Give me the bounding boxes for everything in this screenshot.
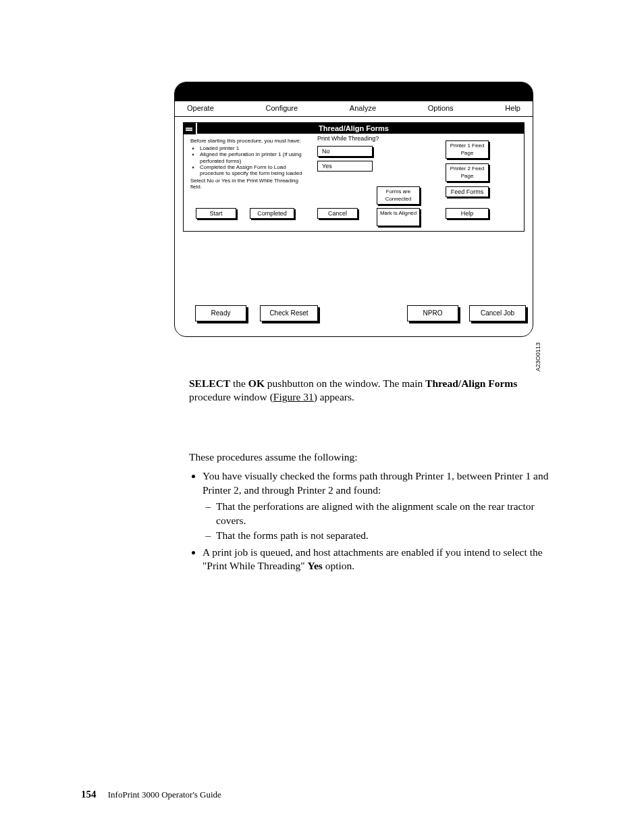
dialog-title: Thread/Align Forms [184, 123, 524, 134]
app-window: Operate Configure Analyze Options Help T… [174, 82, 533, 337]
menu-configure[interactable]: Configure [265, 104, 298, 112]
menu-analyze[interactable]: Analyze [350, 104, 376, 112]
subbullet-perforations: That the perforations are aligned with t… [216, 500, 549, 527]
book-title: InfoPrint 3000 Operator's Guide [108, 789, 221, 800]
system-menu-icon[interactable] [184, 123, 197, 134]
start-button[interactable]: Start [196, 208, 236, 219]
instructions-text: Before starting this procedure, you must… [190, 138, 308, 190]
menu-bar: Operate Configure Analyze Options Help [175, 101, 533, 117]
cancel-job-button[interactable]: Cancel Job [469, 305, 526, 321]
ready-button[interactable]: Ready [195, 305, 246, 321]
page-footer: 154 InfoPrint 3000 Operator's Guide [81, 789, 221, 800]
yes-button[interactable]: Yes [317, 161, 373, 172]
select-bold: SELECT [189, 377, 230, 389]
figure-id: A23O0113 [535, 342, 541, 371]
title-bar [175, 82, 533, 101]
forms-connected-button[interactable]: Forms are Connected [377, 186, 420, 205]
mark-aligned-button[interactable]: Mark is Aligned [377, 208, 420, 226]
page-number: 154 [81, 789, 97, 800]
printer1-feed-page-button[interactable]: Printer 1 Feed Page [446, 140, 489, 159]
body-text: SELECT the OK pushbutton on the window. … [189, 377, 549, 577]
procedures-assume: These procedures assume the following: [189, 450, 549, 464]
help-button[interactable]: Help [446, 208, 489, 219]
bullet-print-job: A print job is queued, and host attachme… [203, 546, 549, 573]
feed-forms-button[interactable]: Feed Forms [446, 186, 489, 197]
print-while-threading-label: Print While Threading? [317, 135, 379, 142]
dialog-title-text: Thread/Align Forms [319, 124, 389, 132]
menu-operate[interactable]: Operate [187, 104, 214, 112]
menu-options[interactable]: Options [428, 104, 454, 112]
check-reset-button[interactable]: Check Reset [260, 305, 318, 321]
bottom-button-row: Ready Check Reset NPRO Cancel Job [183, 305, 525, 324]
npro-button[interactable]: NPRO [407, 305, 458, 321]
bullet-forms-path: You have visually checked the forms path… [203, 469, 549, 542]
subbullet-not-separated: That the forms path is not separated. [216, 529, 549, 542]
cancel-button[interactable]: Cancel [317, 208, 358, 219]
menu-help[interactable]: Help [505, 104, 520, 112]
completed-button[interactable]: Completed [250, 208, 294, 219]
no-button[interactable]: No [317, 146, 373, 157]
figure-screenshot: Operate Configure Analyze Options Help T… [174, 82, 535, 338]
figure-31-link[interactable]: Figure 31 [273, 391, 314, 402]
printer2-feed-page-button[interactable]: Printer 2 Feed Page [446, 163, 489, 182]
thread-align-dialog: Thread/Align Forms Before starting this … [183, 122, 525, 232]
